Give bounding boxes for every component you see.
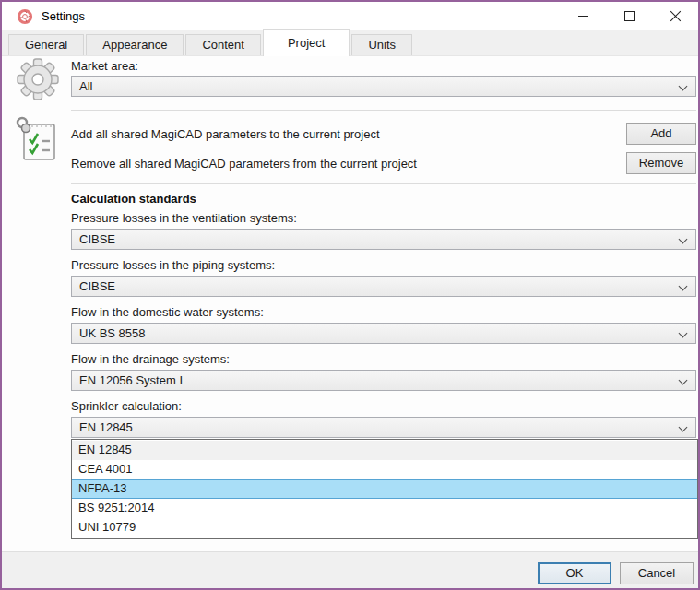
domestic-water-flow-label: Flow in the domestic water systems: [71,305,264,319]
window-title: Settings [42,9,85,23]
tab-project[interactable]: Project [263,30,350,56]
ok-button[interactable]: OK [538,562,611,584]
market-area-select[interactable]: All [71,76,696,97]
ventilation-pressure-value: CIBSE [79,232,115,246]
domestic-water-flow-select[interactable]: UK BS 8558 [71,323,696,344]
minimize-icon [578,16,588,17]
tab-units[interactable]: Units [351,34,412,55]
tab-strip: General Appearance Content Project Units [2,30,698,56]
separator [71,110,696,111]
chevron-down-icon [679,235,688,244]
add-parameters-text: Add all shared MagiCAD parameters to the… [71,127,380,141]
drainage-flow-value: EN 12056 System I [79,373,183,387]
chevron-down-icon [679,82,688,91]
separator [71,183,696,184]
dropdown-option-en-12845[interactable]: EN 12845 [72,441,697,460]
ventilation-pressure-label: Pressure losses in the ventilation syste… [71,211,297,225]
ventilation-pressure-select[interactable]: CIBSE [71,229,696,250]
sprinkler-calculation-label: Sprinkler calculation: [71,399,182,413]
checklist-icon [14,114,60,166]
tab-general[interactable]: General [8,34,84,55]
chevron-down-icon [679,423,688,432]
close-button[interactable] [652,2,698,30]
sprinkler-dropdown-list: EN 12845 CEA 4001 NFPA-13 BS 9251:2014 U… [71,439,698,539]
gear-icon [16,56,60,102]
cancel-button[interactable]: Cancel [620,562,694,584]
maximize-icon [624,11,635,21]
tab-appearance[interactable]: Appearance [86,34,184,55]
magicad-app-icon [17,8,33,25]
close-icon [670,10,682,22]
piping-pressure-select[interactable]: CIBSE [71,276,696,297]
chevron-down-icon [679,282,688,291]
dropdown-option-cea-4001[interactable]: CEA 4001 [72,460,697,479]
remove-parameters-text: Remove all shared MagiCAD parameters fro… [71,157,417,171]
sprinkler-calculation-value: EN 12845 [79,420,133,434]
maximize-button[interactable] [606,2,652,30]
titlebar: Settings [2,2,698,30]
chevron-down-icon [679,376,688,385]
drainage-flow-label: Flow in the drainage systems: [71,352,230,366]
dropdown-option-uni-10779[interactable]: UNI 10779 [72,518,697,537]
remove-button[interactable]: Remove [626,152,696,174]
market-area-label: Market area: [71,59,138,73]
market-area-value: All [79,79,92,93]
calculation-standards-heading: Calculation standards [71,192,196,206]
window-controls [560,2,698,30]
tab-content[interactable]: Content [185,34,261,55]
minimize-button[interactable] [560,2,606,30]
dropdown-option-bs-9251-2014[interactable]: BS 9251:2014 [72,499,697,518]
piping-pressure-value: CIBSE [79,279,115,293]
drainage-flow-select[interactable]: EN 12056 System I [71,370,696,391]
add-button[interactable]: Add [626,123,696,145]
sprinkler-calculation-select[interactable]: EN 12845 [71,417,696,438]
chevron-down-icon [679,329,688,338]
settings-dialog: Settings General Appearance Content Proj… [0,0,700,590]
domestic-water-flow-value: UK BS 8558 [79,326,146,340]
dropdown-option-nfpa-13[interactable]: NFPA-13 [72,479,697,499]
piping-pressure-label: Pressure losses in the piping systems: [71,258,275,272]
